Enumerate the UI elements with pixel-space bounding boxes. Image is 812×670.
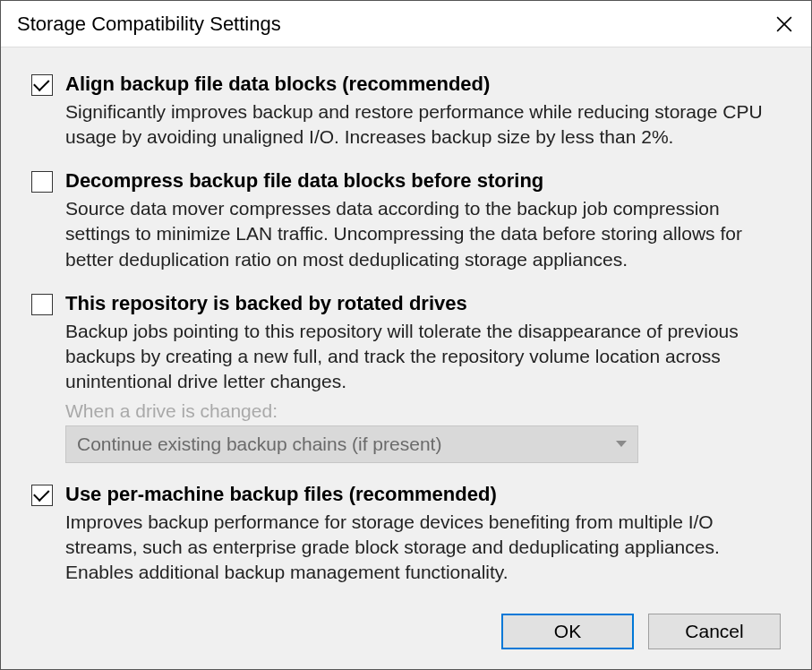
align-checkbox[interactable] bbox=[31, 74, 53, 96]
option-body: Decompress backup file data blocks befor… bbox=[65, 168, 781, 272]
option-decompress: Decompress backup file data blocks befor… bbox=[31, 168, 781, 272]
chevron-down-icon bbox=[616, 441, 627, 447]
ok-button[interactable]: OK bbox=[501, 614, 634, 649]
dialog: Storage Compatibility Settings Align bac… bbox=[0, 0, 812, 670]
decompress-title: Decompress backup file data blocks befor… bbox=[65, 168, 781, 194]
button-row: OK Cancel bbox=[1, 610, 811, 669]
option-rotated: This repository is backed by rotated dri… bbox=[31, 290, 781, 463]
align-description: Significantly improves backup and restor… bbox=[65, 99, 781, 150]
rotated-checkbox[interactable] bbox=[31, 294, 53, 315]
dialog-title: Storage Compatibility Settings bbox=[17, 13, 281, 36]
drive-changed-label: When a drive is changed: bbox=[65, 400, 781, 422]
rotated-subsection: When a drive is changed: Continue existi… bbox=[65, 400, 781, 463]
option-body: Use per-machine backup files (recommende… bbox=[65, 481, 781, 586]
align-title: Align backup file data blocks (recommend… bbox=[65, 71, 781, 98]
per-machine-description: Improves backup performance for storage … bbox=[65, 510, 781, 586]
titlebar: Storage Compatibility Settings bbox=[1, 1, 811, 47]
rotated-title: This repository is backed by rotated dri… bbox=[65, 290, 781, 317]
rotated-description: Backup jobs pointing to this repository … bbox=[65, 319, 781, 395]
per-machine-title: Use per-machine backup files (recommende… bbox=[65, 481, 781, 508]
option-align: Align backup file data blocks (recommend… bbox=[31, 71, 781, 150]
decompress-checkbox[interactable] bbox=[31, 171, 53, 193]
option-per-machine: Use per-machine backup files (recommende… bbox=[31, 481, 781, 586]
option-body: Align backup file data blocks (recommend… bbox=[65, 71, 781, 150]
cancel-button[interactable]: Cancel bbox=[648, 614, 781, 649]
drive-changed-dropdown[interactable]: Continue existing backup chains (if pres… bbox=[65, 425, 638, 463]
content-area: Align backup file data blocks (recommend… bbox=[1, 47, 811, 610]
close-icon bbox=[776, 16, 792, 32]
close-button[interactable] bbox=[757, 1, 811, 47]
dropdown-value: Continue existing backup chains (if pres… bbox=[77, 434, 441, 455]
option-body: This repository is backed by rotated dri… bbox=[65, 290, 781, 463]
per-machine-checkbox[interactable] bbox=[31, 485, 53, 506]
decompress-description: Source data mover compresses data accord… bbox=[65, 196, 781, 272]
